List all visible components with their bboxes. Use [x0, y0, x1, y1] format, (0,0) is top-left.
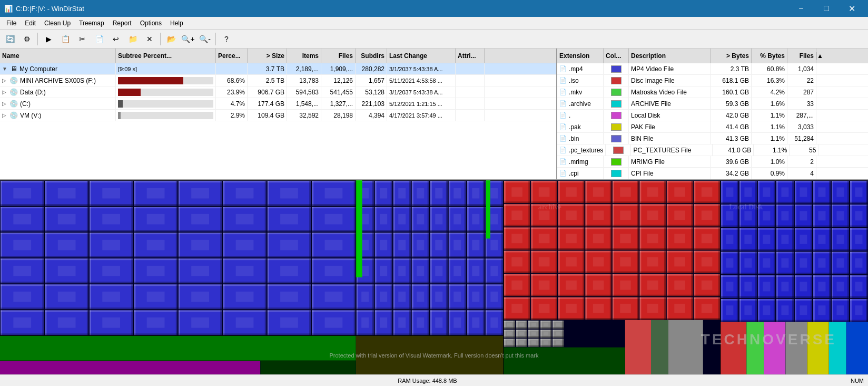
tree-row[interactable]: ▼🖥My Computer[9:09 s]3.7 TB2,189,...1,90… — [0, 63, 556, 75]
menu-edit[interactable]: Edit — [21, 17, 40, 30]
new-button[interactable]: 📂 — [163, 32, 179, 46]
top-section: Name Subtree Percent... Perce... > Size … — [0, 49, 868, 180]
col-attri[interactable]: Attri... — [456, 49, 485, 63]
menu-file[interactable]: File — [2, 17, 21, 30]
expand-icon[interactable]: ▷ — [2, 89, 6, 95]
subtree-bar-fill — [118, 100, 123, 108]
main-content: Name Subtree Percent... Perce... > Size … — [0, 49, 868, 386]
drive-name: VM (V:) — [20, 112, 41, 119]
toolbar: 🔄 ⚙ ▶ 📋 ✂ 📄 ↩ 📁 ✕ 📂 🔍+ 🔍- ? — [0, 30, 868, 49]
settings-button[interactable]: ⚙ — [19, 32, 35, 46]
drive-name: My Computer — [19, 65, 57, 73]
folder-button[interactable]: 📁 — [125, 32, 141, 46]
ext-col-pct[interactable]: % Bytes — [752, 49, 787, 63]
ext-row[interactable]: 📄.cpiCPI File34.2 GB0.9%4 — [557, 168, 868, 179]
close-button[interactable]: ✕ — [840, 0, 864, 17]
ram-usage: RAM Usage: 448.8 MB — [398, 378, 457, 384]
ext-panel: Extension Col... Description > Bytes % B… — [557, 49, 868, 179]
cut-button[interactable]: ✂ — [74, 32, 90, 46]
toolbar-sep-3 — [215, 33, 216, 45]
status-bar: RAM Usage: 448.8 MB NUM — [0, 374, 868, 386]
ext-row[interactable]: 📄.mrimgMRIMG File39.6 GB1.0%2 — [557, 156, 868, 168]
drive-icon: 🖥 — [11, 65, 17, 73]
ext-row[interactable]: 📄.Local Disk42.0 GB1.1%287,... — [557, 110, 868, 121]
ext-col-desc[interactable]: Description — [629, 49, 711, 63]
maximize-button[interactable]: □ — [814, 0, 839, 17]
color-swatch — [611, 89, 622, 96]
ext-row[interactable]: 📄.binBIN File41.3 GB1.1%51,284 — [557, 133, 868, 144]
ext-row[interactable]: 📄.archiveARCHIVE File59.3 GB1.6%33 — [557, 98, 868, 110]
subtree-bar-fill — [118, 77, 183, 84]
technoverse-watermark: TECHNOVERSE — [701, 331, 836, 348]
drive-icon: 💿 — [9, 111, 18, 119]
scrollbar-top[interactable]: ▲ — [816, 52, 868, 60]
col-lastchange[interactable]: Last Change — [387, 49, 456, 63]
color-swatch — [611, 123, 622, 131]
col-size[interactable]: > Size — [248, 49, 287, 63]
menu-report[interactable]: Report — [108, 17, 136, 30]
window-title: C:D:|F:|V: - WinDirStat — [16, 5, 84, 13]
minimize-button[interactable]: − — [789, 0, 813, 17]
subtree-bar — [118, 112, 213, 119]
num-indicator: NUM — [851, 378, 864, 384]
watermark: Protected with trial version of Visual W… — [329, 352, 538, 359]
tree-row[interactable]: ▷💿Data (D:)23.9%906.7 GB594,583541,45553… — [0, 86, 556, 98]
expand-icon[interactable]: ▷ — [2, 112, 6, 118]
col-perce[interactable]: Perce... — [216, 49, 248, 63]
tree-row[interactable]: ▷💿MINI ARCHIVE SX00S (F:)68.6%2.5 TB13,7… — [0, 75, 556, 86]
col-items[interactable]: Items — [287, 49, 321, 63]
color-swatch — [611, 100, 622, 108]
delete-button[interactable]: ✕ — [142, 32, 157, 46]
expand-icon[interactable]: ▷ — [2, 78, 6, 83]
ext-row[interactable]: 📄.mp4MP4 Video File2.3 TB60.8%1,034 — [557, 63, 868, 75]
expand-icon[interactable]: ▼ — [2, 66, 7, 72]
help-button[interactable]: ? — [219, 32, 234, 46]
subtree-bar — [118, 100, 213, 108]
copy-button[interactable]: 📋 — [57, 32, 73, 46]
menu-help[interactable]: Help — [166, 17, 188, 30]
paste-button[interactable]: 📄 — [91, 32, 107, 46]
drive-name: Data (D:) — [20, 89, 46, 96]
tree-panel: Name Subtree Percent... Perce... > Size … — [0, 49, 557, 179]
tree-row[interactable]: ▷💿VM (V:)2.9%109.4 GB32,59228,1984,3944/… — [0, 110, 556, 121]
color-swatch — [611, 158, 622, 166]
ext-row[interactable]: 📄.pc_texturesPC_TEXTURES File41.0 GB1.1%… — [557, 144, 868, 156]
col-subtree[interactable]: Subtree Percent... — [116, 49, 216, 63]
ext-col-ext[interactable]: Extension — [557, 49, 604, 63]
tree-row[interactable]: ▷💿(C:)4.7%177.4 GB1,548,...1,327,...221,… — [0, 98, 556, 110]
refresh-button[interactable]: 🔄 — [2, 32, 18, 46]
drive-icon: 💿 — [9, 88, 18, 96]
ext-row[interactable]: 📄.pakPAK File41.4 GB1.1%3,033 — [557, 121, 868, 133]
zoom-in-button[interactable]: 🔍+ — [180, 32, 196, 46]
color-swatch — [611, 112, 622, 119]
ext-row[interactable]: 📄.isoDisc Image File618.1 GB16.3%22 — [557, 75, 868, 86]
subtree-bar-fill — [118, 89, 141, 96]
menu-cleanup[interactable]: Clean Up — [40, 17, 75, 30]
color-swatch — [611, 135, 622, 142]
menu-options[interactable]: Options — [136, 17, 166, 30]
drive-icon: 💿 — [9, 76, 18, 84]
col-name[interactable]: Name — [0, 49, 116, 63]
ext-col-files[interactable]: Files — [787, 49, 816, 63]
ext-header: Extension Col... Description > Bytes % B… — [557, 49, 868, 63]
expand-icon[interactable]: ▷ — [2, 101, 6, 107]
color-swatch — [611, 170, 622, 177]
ext-body: 📄.mp4MP4 Video File2.3 TB60.8%1,034📄.iso… — [557, 63, 868, 179]
toolbar-sep-2 — [160, 33, 161, 45]
ext-col-color[interactable]: Col... — [604, 49, 629, 63]
ext-row[interactable]: 📄.mkvMatroska Video File160.1 GB4.2%287 — [557, 86, 868, 98]
undo-button[interactable]: ↩ — [108, 32, 124, 46]
play-button[interactable]: ▶ — [41, 32, 56, 46]
tree-body: ▼🖥My Computer[9:09 s]3.7 TB2,189,...1,90… — [0, 63, 556, 121]
ext-col-bytes[interactable]: > Bytes — [711, 49, 752, 63]
treemap-area: Protected with trial version of Visual W… — [0, 180, 868, 374]
zoom-out-button[interactable]: 🔍- — [197, 32, 213, 46]
color-swatch — [611, 65, 622, 73]
app-icon: 📊 — [4, 5, 13, 13]
color-swatch — [611, 77, 622, 84]
color-swatch — [613, 147, 624, 154]
drive-name: MINI ARCHIVE SX00S (F:) — [20, 77, 96, 84]
menu-treemap[interactable]: Treemap — [75, 17, 108, 30]
col-subdirs[interactable]: Subdirs — [356, 49, 387, 63]
col-files[interactable]: Files — [321, 49, 356, 63]
